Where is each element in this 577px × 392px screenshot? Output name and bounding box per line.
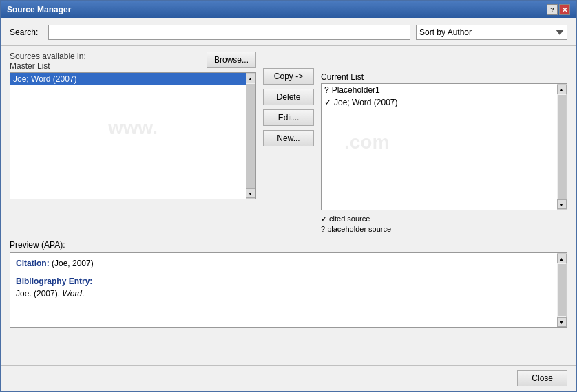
- cited-legend: ✓ cited source: [321, 215, 567, 224]
- preview-section: Preview (APA): Citation: (Joe, 2007) Bib…: [10, 240, 567, 328]
- scroll-thumb[interactable]: [558, 95, 566, 199]
- main-content: Sources available in: Master List Browse…: [10, 52, 567, 358]
- sources-area: Sources available in: Master List Browse…: [10, 52, 567, 233]
- scroll-down-arrow[interactable]: ▼: [557, 317, 567, 327]
- current-list-area: Current List ? Placeholder1 ✓ Joe; Word …: [321, 52, 567, 233]
- new-button[interactable]: New...: [263, 130, 314, 146]
- bib-end: .: [82, 289, 84, 298]
- scroll-down-arrow[interactable]: ▼: [557, 199, 567, 209]
- citation-value: (Joe, 2007): [50, 259, 94, 268]
- master-list-container: Joe; Word (2007) ▲ ▼: [10, 72, 256, 199]
- edit-button[interactable]: Edit...: [263, 109, 314, 126]
- search-row: Search: Sort by AuthorSort by TitleSort …: [10, 25, 567, 40]
- bib-row: Bibliography Entry: Joe. (2007). Word.: [16, 275, 552, 300]
- title-bar: Source Manager ? ✕: [1, 1, 576, 18]
- dialog-title: Source Manager: [7, 5, 71, 14]
- help-button[interactable]: ?: [547, 4, 558, 15]
- current-list-scrollbar[interactable]: ▲ ▼: [557, 84, 567, 210]
- master-list[interactable]: Joe; Word (2007): [10, 73, 246, 199]
- sources-header-row: Sources available in: Master List Browse…: [10, 52, 256, 71]
- bib-line1: Joe. (2007).: [16, 289, 62, 298]
- source-manager-dialog: Source Manager ? ✕ Search: Sort by Autho…: [0, 0, 577, 392]
- dialog-content: Search: Sort by AuthorSort by TitleSort …: [1, 18, 576, 365]
- sort-select[interactable]: Sort by AuthorSort by TitleSort by YearS…: [416, 25, 567, 40]
- preview-label: Preview (APA):: [10, 240, 567, 250]
- scroll-thumb[interactable]: [558, 264, 566, 316]
- citation-row: Citation: (Joe, 2007): [16, 257, 552, 270]
- copy-button[interactable]: Copy ->: [263, 68, 314, 85]
- title-bar-buttons: ? ✕: [547, 4, 570, 15]
- scroll-up-arrow[interactable]: ▲: [557, 85, 567, 94]
- placeholder-prefix: ?: [324, 85, 329, 95]
- window-close-button[interactable]: ✕: [559, 4, 570, 15]
- action-buttons-panel: Copy -> Delete Edit... New...: [256, 52, 321, 146]
- search-input[interactable]: [48, 25, 410, 40]
- placeholder-legend: ? placeholder source: [321, 225, 567, 233]
- preview-box: Citation: (Joe, 2007) Bibliography Entry…: [10, 253, 557, 327]
- cited-prefix: ✓: [324, 98, 331, 107]
- bottom-bar: Close: [1, 365, 576, 391]
- preview-scrollbar[interactable]: ▲ ▼: [557, 253, 567, 327]
- master-list-scrollbar[interactable]: ▲ ▼: [246, 73, 255, 199]
- browse-button[interactable]: Browse...: [207, 52, 256, 68]
- scroll-up-arrow[interactable]: ▲: [557, 254, 567, 263]
- sources-available-label: Sources available in:: [10, 52, 86, 61]
- cited-text: Joe; Word (2007): [334, 98, 398, 107]
- bib-word: Word: [62, 289, 82, 298]
- bib-label: Bibliography Entry:: [16, 276, 92, 286]
- scroll-down-arrow[interactable]: ▼: [246, 188, 255, 198]
- citation-label: Citation:: [16, 259, 50, 268]
- list-item[interactable]: Joe; Word (2007): [10, 73, 246, 85]
- scroll-up-arrow[interactable]: ▲: [246, 74, 255, 83]
- placeholder-legend-text: ? placeholder source: [321, 225, 391, 233]
- current-list-header: Current List: [321, 52, 567, 82]
- sources-info: Sources available in: Master List: [10, 52, 86, 71]
- delete-button[interactable]: Delete: [263, 89, 314, 105]
- list-item[interactable]: ? Placeholder1: [322, 84, 557, 96]
- search-label: Search:: [10, 28, 43, 37]
- scroll-thumb[interactable]: [246, 84, 255, 188]
- current-list[interactable]: ? Placeholder1 ✓ Joe; Word (2007): [322, 84, 557, 210]
- legend-area: ✓ cited source ? placeholder source: [321, 215, 567, 233]
- current-list-container: ? Placeholder1 ✓ Joe; Word (2007) ▲ ▼: [321, 83, 567, 210]
- separator: [1, 45, 576, 46]
- placeholder-text: Placeholder1: [332, 85, 380, 95]
- list-item[interactable]: ✓ Joe; Word (2007): [322, 96, 557, 109]
- close-dialog-button[interactable]: Close: [517, 370, 567, 386]
- current-list-label: Current List: [321, 72, 364, 82]
- cited-legend-text: ✓ cited source: [321, 215, 370, 224]
- master-list-area: Sources available in: Master List Browse…: [10, 52, 256, 199]
- master-list-label: Master List: [10, 61, 86, 71]
- preview-container: Citation: (Joe, 2007) Bibliography Entry…: [10, 252, 567, 328]
